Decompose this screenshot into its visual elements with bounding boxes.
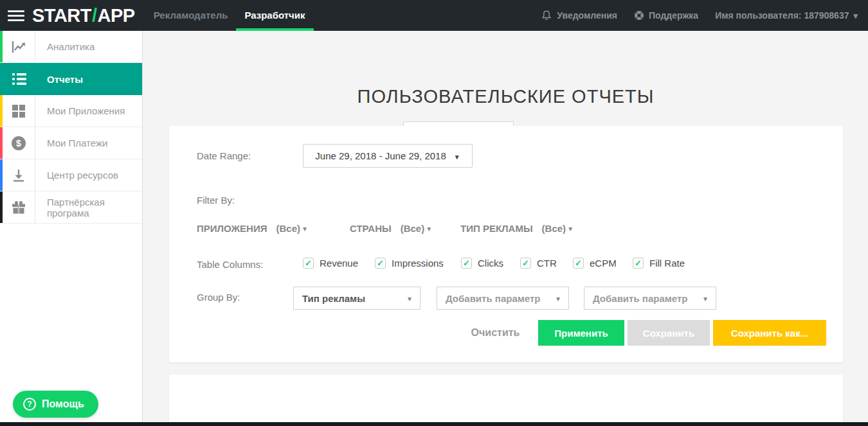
checkbox-label: Clicks bbox=[478, 258, 503, 269]
sidebar-item-my-payments[interactable]: Мои Платежи bbox=[0, 127, 142, 159]
lifebuoy-icon bbox=[634, 10, 644, 21]
checkbox-impressions[interactable]: Impressions bbox=[375, 258, 444, 269]
group-by-dropdown-2[interactable]: Добавить параметр bbox=[437, 287, 569, 310]
tab-developer[interactable]: Разработчик bbox=[236, 0, 313, 31]
filter-name: ПРИЛОЖЕНИЯ bbox=[197, 223, 267, 234]
filter-value: (Все) bbox=[401, 223, 425, 234]
filter-countries[interactable]: СТРАНЫ (Все) bbox=[350, 222, 431, 234]
chevron-down-icon bbox=[424, 222, 431, 234]
filter-value: (Все) bbox=[542, 223, 566, 234]
download-icon bbox=[12, 168, 26, 182]
checkbox-icon bbox=[633, 258, 644, 269]
grid-icon bbox=[12, 104, 26, 118]
apply-button[interactable]: Применить bbox=[538, 320, 624, 346]
notifications-button[interactable]: Уведомления bbox=[541, 10, 617, 21]
user-menu[interactable]: Имя пользователя: 187908637 bbox=[715, 10, 858, 21]
sidebar-item-partner-program[interactable]: Партнёрская програма bbox=[0, 191, 142, 224]
filter-name: СТРАНЫ bbox=[350, 223, 392, 234]
sidebar-item-label: Центр ресурсов bbox=[35, 159, 118, 191]
main-content: ПОЛЬЗОВАТЕЛЬСКИЕ ОТЧЕТЫ Загрузить отчет … bbox=[143, 31, 868, 426]
logo-text-start: START bbox=[32, 5, 91, 26]
help-button[interactable]: Помощь bbox=[13, 391, 98, 418]
support-label: Поддержка bbox=[649, 10, 698, 21]
startapp-logo: START/APP bbox=[32, 5, 135, 26]
sidebar-item-analytics[interactable]: Аналитика bbox=[0, 31, 142, 63]
sidebar-item-reports[interactable]: Отчеты bbox=[0, 63, 142, 95]
checkbox-ecpm[interactable]: eCPM bbox=[573, 258, 617, 269]
help-button-label: Помощь bbox=[42, 398, 84, 410]
checkbox-icon bbox=[461, 258, 472, 269]
chevron-down-icon bbox=[554, 292, 560, 304]
checkbox-label: CTR bbox=[537, 258, 557, 269]
checkbox-clicks[interactable]: Clicks bbox=[461, 258, 503, 269]
filter-ad-type[interactable]: ТИП РЕКЛАМЫ (Все) bbox=[460, 222, 572, 234]
chevron-down-icon bbox=[405, 292, 411, 304]
checkbox-icon bbox=[520, 258, 531, 269]
chevron-down-icon bbox=[853, 10, 858, 21]
group-by-label: Group By: bbox=[197, 292, 240, 303]
checkbox-label: Fill Rate bbox=[649, 258, 685, 269]
results-card bbox=[169, 375, 843, 422]
sidebar-item-label: Партнёрская програма bbox=[35, 191, 142, 223]
checkbox-label: eCPM bbox=[590, 258, 617, 269]
list-icon bbox=[11, 72, 28, 86]
group-by-value: Добавить параметр bbox=[593, 293, 687, 304]
gift-icon bbox=[11, 200, 26, 215]
checkbox-ctr[interactable]: CTR bbox=[520, 258, 557, 269]
sidebar-item-resource-center[interactable]: Центр ресурсов bbox=[0, 159, 142, 191]
sidebar-item-label: Мои Платежи bbox=[35, 127, 107, 159]
logo-text-end: APP bbox=[98, 5, 135, 26]
group-by-value: Тип рекламы bbox=[302, 293, 365, 304]
hamburger-menu-icon[interactable] bbox=[8, 8, 24, 24]
group-by-dropdown-3[interactable]: Добавить параметр bbox=[584, 287, 716, 310]
notifications-label: Уведомления bbox=[557, 10, 617, 21]
chevron-down-icon bbox=[454, 150, 460, 162]
filters-card: Date Range: June 29, 2018 - June 29, 201… bbox=[169, 126, 843, 362]
chevron-down-icon bbox=[300, 222, 307, 234]
filter-applications[interactable]: ПРИЛОЖЕНИЯ (Все) bbox=[197, 222, 307, 234]
chevron-down-icon bbox=[566, 222, 572, 234]
sidebar: Аналитика Отчеты Мои Приложения Мои Плат… bbox=[0, 31, 143, 426]
filter-by-label: Filter By: bbox=[197, 195, 235, 206]
question-mark-icon bbox=[23, 398, 36, 411]
page-title: ПОЛЬЗОВАТЕЛЬСКИЕ ОТЧЕТЫ bbox=[143, 86, 868, 107]
checkbox-icon bbox=[303, 258, 314, 269]
save-button[interactable]: Сохранить bbox=[628, 320, 710, 346]
checkbox-label: Impressions bbox=[392, 258, 444, 269]
support-button[interactable]: Поддержка bbox=[634, 10, 698, 21]
checkbox-fill-rate[interactable]: Fill Rate bbox=[633, 258, 685, 269]
checkbox-icon bbox=[573, 258, 584, 269]
group-by-dropdown-1[interactable]: Тип рекламы bbox=[293, 287, 420, 310]
sidebar-item-label: Отчеты bbox=[35, 63, 83, 95]
date-range-value: June 29, 2018 - June 29, 2018 bbox=[315, 150, 446, 161]
table-columns-label: Table Columns: bbox=[197, 259, 263, 270]
date-range-dropdown[interactable]: June 29, 2018 - June 29, 2018 bbox=[303, 144, 473, 168]
checkbox-icon bbox=[375, 258, 386, 269]
logo-slash: / bbox=[91, 5, 98, 26]
clear-button[interactable]: Очистить bbox=[462, 320, 529, 346]
top-navbar: START/APP Рекламодатель Разработчик Увед… bbox=[0, 0, 868, 31]
group-by-value: Добавить параметр bbox=[446, 293, 540, 304]
chart-line-icon bbox=[10, 39, 27, 55]
sidebar-item-my-apps[interactable]: Мои Приложения bbox=[0, 95, 142, 127]
bottom-edge-bar bbox=[0, 422, 868, 426]
dollar-circle-icon bbox=[12, 136, 26, 150]
bell-icon bbox=[541, 10, 552, 21]
save-as-button[interactable]: Сохранить как... bbox=[713, 320, 826, 346]
chevron-down-icon bbox=[701, 292, 707, 304]
checkbox-label: Revenue bbox=[320, 258, 358, 269]
filter-value: (Все) bbox=[276, 223, 301, 234]
tab-advertiser[interactable]: Рекламодатель bbox=[145, 0, 237, 31]
filter-name: ТИП РЕКЛАМЫ bbox=[460, 223, 533, 234]
date-range-label: Date Range: bbox=[197, 150, 251, 161]
sidebar-item-label: Аналитика bbox=[35, 31, 95, 62]
checkbox-revenue[interactable]: Revenue bbox=[303, 258, 358, 269]
sidebar-item-label: Мои Приложения bbox=[35, 95, 125, 127]
username-label: Имя пользователя: 187908637 bbox=[715, 10, 849, 21]
